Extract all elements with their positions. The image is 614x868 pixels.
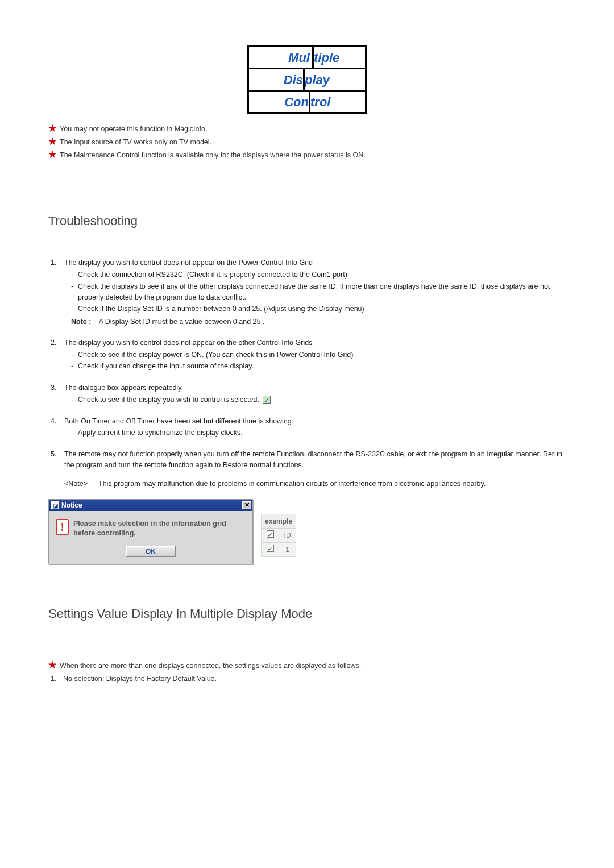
checkbox-icon <box>263 396 271 404</box>
ok-button[interactable]: OK <box>126 546 176 557</box>
item-sub: Check to see if the display power is ON.… <box>78 350 566 360</box>
item-title: The dialogue box appears repeatedly. <box>64 383 566 393</box>
troubleshoot-item: 3. The dialogue box appears repeatedly. … <box>48 383 566 406</box>
star-icon: ★ <box>48 124 56 133</box>
mdc-logo: Mul tiple Dis play Con trol <box>247 45 367 114</box>
item-title: The display you wish to control does not… <box>64 338 566 348</box>
example-check-cell <box>262 543 279 557</box>
logo-text: trol <box>310 92 365 112</box>
item-title: Both On Timer and Off Timer have been se… <box>64 416 566 427</box>
intro-note: ★ The Maintenance Control function is av… <box>48 150 566 161</box>
item-title: The display you wish to control does not… <box>64 258 566 268</box>
app-icon: ◪ <box>51 501 59 509</box>
dialog-message: Please make selection in the information… <box>73 519 246 538</box>
item-number: 1. <box>48 258 64 268</box>
item-number: 3. <box>48 383 64 393</box>
intro-note-text: You may not operate this function in Mag… <box>60 124 207 135</box>
example-header: example <box>262 514 296 529</box>
note-text: This program may malfunction due to prob… <box>98 479 486 489</box>
checkbox-icon <box>267 530 274 538</box>
star-icon: ★ <box>48 661 56 670</box>
item-sub: Apply current time to synchronize the di… <box>78 427 566 438</box>
example-id-cell: 1 <box>279 543 296 557</box>
item-number: 1. <box>51 674 63 684</box>
dialog-title: Notice <box>61 500 242 510</box>
item-sub: Check the connection of RS232C. (Check i… <box>78 269 566 280</box>
item-number: 2. <box>48 338 64 348</box>
item-number: 4. <box>48 416 64 427</box>
intro-note-text: The Maintenance Control function is avai… <box>60 150 366 161</box>
star-icon: ★ <box>48 150 56 159</box>
logo-text: tiple <box>314 47 365 68</box>
logo-text: Mul <box>249 47 314 68</box>
item-sub: Check the displays to see if any of the … <box>78 281 566 303</box>
logo-text: Dis <box>249 69 305 90</box>
example-check-header <box>262 529 279 543</box>
intro-note-text: The Input source of TV works only on TV … <box>60 137 211 148</box>
item-sub: Check if you can change the input source… <box>78 361 566 372</box>
settings-heading: Settings Value Display In Multiple Displ… <box>48 604 566 623</box>
settings-item: 1. No selection: Displays the Factory De… <box>51 674 566 684</box>
logo-text: Con <box>249 92 310 112</box>
intro-note: ★ The Input source of TV works only on T… <box>48 137 566 148</box>
troubleshoot-item: 2. The display you wish to control does … <box>48 338 566 372</box>
settings-note-text: When there are more than one displays co… <box>60 661 361 671</box>
item-note: Note : A Display Set ID must be a value … <box>64 317 566 327</box>
item-text: No selection: Displays the Factory Defau… <box>63 674 217 684</box>
dialog-titlebar: ◪ Notice ✕ <box>49 500 252 511</box>
checkbox-icon <box>267 545 274 552</box>
troubleshoot-item: 4. Both On Timer and Off Timer have been… <box>48 416 566 439</box>
star-icon: ★ <box>48 137 56 146</box>
intro-note: ★ You may not operate this function in M… <box>48 124 566 135</box>
item-sub: Check if the Display Set ID is a number … <box>78 304 566 314</box>
settings-note: ★ When there are more than one displays … <box>48 661 566 671</box>
note-label: <Note> <box>64 479 98 489</box>
item-title: The remote may not function properly whe… <box>64 449 566 471</box>
troubleshoot-item: 5. The remote may not function properly … <box>48 449 566 489</box>
item-number: 5. <box>48 449 64 460</box>
example-id-header: ID <box>279 529 296 543</box>
item-sub: Check to see if the display you wish to … <box>78 394 566 405</box>
example-table: example ID 1 <box>261 514 296 557</box>
logo-text: play <box>305 69 365 90</box>
troubleshoot-item: 1. The display you wish to control does … <box>48 258 566 327</box>
troubleshooting-heading: Troubleshooting <box>48 211 566 230</box>
warning-icon: ! <box>56 519 69 535</box>
close-button[interactable]: ✕ <box>242 501 251 509</box>
notice-dialog: ◪ Notice ✕ ! Please make selection in th… <box>48 499 253 564</box>
